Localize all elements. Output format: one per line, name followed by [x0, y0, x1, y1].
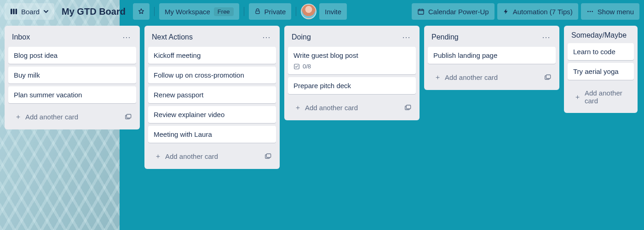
invite-label: Invite	[325, 8, 341, 16]
card-list: Learn to code Try aerial yoga	[568, 43, 634, 80]
dots-icon: ⋯	[122, 32, 131, 42]
card-badges: 0/8	[293, 63, 410, 70]
show-menu-button[interactable]: Show menu	[581, 3, 639, 20]
divider	[296, 7, 296, 16]
svg-point-6	[589, 11, 591, 12]
add-card-label: Add another card	[445, 73, 498, 81]
list-title[interactable]: Someday/Maybe	[571, 31, 630, 39]
calendar-powerup-label: Calendar Power-Up	[428, 8, 489, 16]
list-footer: ＋ Add another card	[148, 146, 276, 164]
add-card-button[interactable]: ＋ Add another card	[151, 149, 259, 163]
list-inbox: Inbox ⋯ Blog post idea Buy milk Plan sum…	[5, 26, 140, 129]
card[interactable]: Follow up on cross-promotion	[148, 67, 276, 84]
visibility-button[interactable]: Private	[249, 3, 292, 20]
svg-rect-3	[256, 11, 259, 14]
list-pending: Pending ⋯ Publish landing page ＋ Add ano…	[424, 26, 559, 90]
card[interactable]: Publish landing page	[428, 47, 556, 64]
list-header: Someday/Maybe	[568, 29, 634, 43]
card[interactable]: Blog post idea	[8, 47, 136, 64]
card-template-button[interactable]	[542, 72, 553, 83]
card[interactable]: Review explainer video	[148, 106, 276, 123]
svg-rect-2	[16, 9, 17, 14]
card-template-button[interactable]	[262, 151, 273, 162]
list-footer: ＋ Add another card	[568, 84, 634, 108]
list-someday-maybe: Someday/Maybe Learn to code Try aerial y…	[564, 26, 638, 113]
card[interactable]: Prepare pitch deck	[288, 77, 416, 94]
add-card-button[interactable]: ＋ Add another card	[431, 70, 538, 84]
list-menu-button[interactable]: ⋯	[260, 31, 272, 43]
card[interactable]: Try aerial yoga	[568, 63, 634, 80]
plus-icon: ＋	[574, 93, 581, 101]
automation-button[interactable]: Automation (7 Tips)	[497, 3, 578, 20]
board-title[interactable]: My GTD Board	[57, 6, 130, 17]
star-icon	[138, 8, 145, 15]
star-button[interactable]	[133, 3, 150, 20]
list-header: Pending ⋯	[428, 29, 556, 47]
add-card-button[interactable]: ＋ Add another card	[570, 86, 631, 107]
card-title: Kickoff meeting	[154, 51, 201, 59]
svg-rect-9	[126, 114, 131, 118]
card[interactable]: Learn to code	[568, 43, 634, 60]
card-title: Buy milk	[14, 71, 40, 79]
list-footer: ＋ Add another card	[288, 98, 416, 116]
svg-rect-1	[13, 9, 15, 14]
list-next-actions: Next Actions ⋯ Kickoff meeting Follow up…	[144, 26, 280, 169]
list-header: Inbox ⋯	[8, 29, 136, 47]
add-card-label: Add another card	[165, 152, 218, 160]
list-title[interactable]: Doing	[292, 33, 400, 41]
visibility-label: Private	[264, 8, 286, 16]
board-canvas: Inbox ⋯ Blog post idea Buy milk Plan sum…	[0, 23, 644, 230]
add-card-label: Add another card	[25, 113, 78, 121]
list-footer: ＋ Add another card	[428, 67, 556, 85]
add-card-button[interactable]: ＋ Add another card	[291, 101, 398, 115]
plus-icon: ＋	[15, 112, 22, 121]
card-title: Plan summer vacation	[14, 91, 82, 99]
card[interactable]: Buy milk	[8, 67, 136, 84]
card-title: Review explainer video	[154, 111, 224, 118]
svg-rect-16	[546, 75, 550, 79]
add-card-label: Add another card	[585, 89, 627, 105]
view-switcher-label: Board	[21, 8, 40, 16]
card[interactable]: Plan summer vacation	[8, 86, 136, 103]
calendar-powerup-button[interactable]: Calendar Power-Up	[412, 3, 494, 20]
card-template-button[interactable]	[122, 112, 133, 123]
list-menu-button[interactable]: ⋯	[400, 31, 412, 43]
svg-rect-4	[418, 9, 424, 14]
card-template-button[interactable]	[402, 102, 413, 113]
workspace-tier-badge: Free	[214, 7, 234, 16]
dots-icon: ⋯	[402, 32, 410, 42]
dots-icon	[586, 8, 594, 15]
calendar-icon	[417, 8, 425, 15]
card[interactable]: Renew passport	[148, 86, 276, 103]
checklist-icon	[293, 63, 300, 70]
dots-icon: ⋯	[262, 32, 270, 42]
plus-icon: ＋	[294, 103, 301, 112]
avatar[interactable]	[301, 4, 316, 19]
list-menu-button[interactable]: ⋯	[540, 31, 552, 43]
board-icon	[10, 8, 17, 15]
card-title: Follow up on cross-promotion	[154, 71, 244, 79]
workspace-button[interactable]: My Workspace Free	[159, 3, 239, 20]
list-header: Next Actions ⋯	[148, 29, 276, 47]
list-menu-button[interactable]: ⋯	[121, 31, 132, 43]
invite-button[interactable]: Invite	[319, 3, 347, 20]
board-header: Board My GTD Board My Workspace Free Pri…	[0, 0, 644, 23]
list-title[interactable]: Pending	[431, 33, 540, 41]
card[interactable]: Meeting with Laura	[148, 126, 276, 143]
card-title: Meeting with Laura	[154, 130, 212, 138]
card-list: Write guest blog post 0/8 Prepare pitch …	[288, 47, 416, 94]
dots-icon: ⋯	[542, 32, 550, 42]
card[interactable]: Write guest blog post 0/8	[288, 47, 416, 74]
view-switcher[interactable]: Board	[5, 3, 54, 20]
add-card-button[interactable]: ＋ Add another card	[11, 110, 119, 124]
list-title[interactable]: Inbox	[12, 33, 121, 41]
chevron-down-icon	[43, 9, 49, 14]
card-title: Prepare pitch deck	[293, 82, 351, 90]
list-header: Doing ⋯	[288, 29, 416, 47]
card[interactable]: Kickoff meeting	[148, 47, 276, 64]
list-title[interactable]: Next Actions	[152, 33, 260, 41]
plus-icon: ＋	[434, 73, 441, 82]
svg-point-5	[587, 11, 589, 12]
svg-rect-14	[406, 105, 410, 109]
add-card-label: Add another card	[305, 104, 358, 112]
